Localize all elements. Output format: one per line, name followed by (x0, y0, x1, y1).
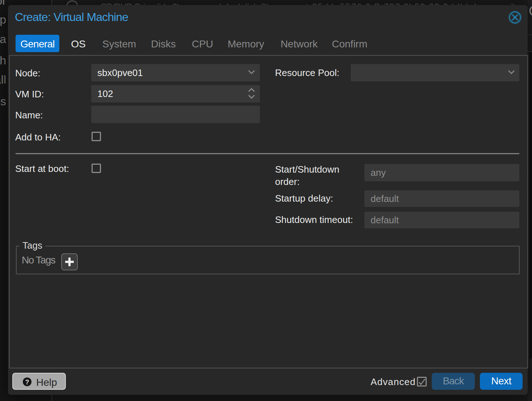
svg-text:?: ? (25, 379, 29, 386)
